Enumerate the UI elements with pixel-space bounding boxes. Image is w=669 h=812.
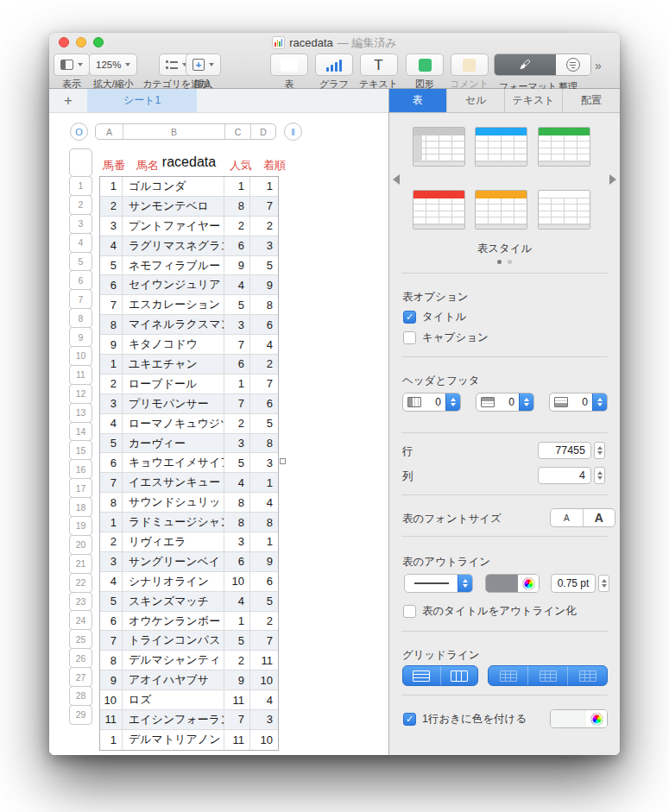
header-column-gridlines-button[interactable] bbox=[527, 666, 567, 685]
decrease-font-button[interactable]: A bbox=[551, 509, 584, 526]
table-cell[interactable]: 2 bbox=[100, 375, 123, 393]
row-number[interactable]: 3 bbox=[69, 214, 92, 234]
table-cell[interactable]: 5 bbox=[250, 256, 278, 275]
table-cell[interactable]: 6 bbox=[224, 355, 250, 374]
table-cell[interactable]: 2 bbox=[224, 414, 250, 433]
view-button[interactable]: 表示 bbox=[54, 54, 90, 91]
table-cell[interactable]: 8 bbox=[224, 493, 250, 512]
table-cell[interactable]: 3 bbox=[250, 236, 278, 255]
table-row[interactable]: 4ラグリマスネグラス63 bbox=[100, 236, 278, 256]
table-cell[interactable]: 11 bbox=[224, 690, 250, 709]
table-cell[interactable]: トラインコンパス bbox=[123, 631, 224, 650]
table-cell[interactable]: 1 bbox=[100, 177, 123, 196]
table-cell[interactable]: キタノコドウ bbox=[123, 335, 224, 354]
table-style-thumbnail[interactable] bbox=[475, 190, 527, 230]
tab-cell[interactable]: セル bbox=[447, 89, 505, 112]
table-cell[interactable]: 9 bbox=[224, 256, 250, 275]
table-cell[interactable]: プントファイヤー bbox=[123, 217, 224, 236]
table-row[interactable]: 7エスカレーション58 bbox=[100, 295, 278, 315]
table-cell[interactable]: 5 bbox=[100, 592, 123, 611]
table-cell[interactable]: 4 bbox=[100, 236, 123, 255]
table-cell[interactable]: 6 bbox=[250, 315, 278, 334]
table-cell[interactable]: デルマシャンティ bbox=[123, 651, 224, 670]
stepper-buttons[interactable] bbox=[519, 393, 533, 411]
table-button[interactable]: 表 bbox=[270, 54, 308, 91]
column-header-b[interactable]: B bbox=[123, 124, 225, 139]
row-number[interactable]: 12 bbox=[69, 384, 92, 404]
title-checkbox[interactable]: ✓ bbox=[403, 311, 416, 324]
sheet-tab[interactable]: シート1 bbox=[87, 89, 197, 112]
row-number[interactable]: 25 bbox=[69, 629, 92, 649]
table-row[interactable]: 8サウンドシュリット84 bbox=[100, 493, 278, 513]
table-row[interactable]: 1ラドミュージシャン88 bbox=[100, 513, 278, 532]
table-row[interactable]: 6セイウンジュリア49 bbox=[100, 275, 278, 295]
table-cell[interactable]: 2 bbox=[250, 355, 278, 374]
table-cell[interactable]: 4 bbox=[250, 335, 278, 354]
row-number[interactable]: 15 bbox=[69, 440, 92, 460]
table-style-thumbnail[interactable] bbox=[475, 127, 527, 167]
table-cell[interactable]: 11 bbox=[100, 710, 123, 729]
table-cell[interactable]: 4 bbox=[250, 493, 278, 512]
row-number[interactable]: 20 bbox=[69, 535, 92, 555]
table-cell[interactable]: 3 bbox=[100, 552, 123, 571]
table-style-thumbnail[interactable] bbox=[413, 127, 465, 167]
table-cell[interactable]: 2 bbox=[250, 217, 278, 236]
chart-button[interactable]: グラフ bbox=[315, 54, 353, 91]
table-cell[interactable]: サウンドシュリット bbox=[123, 493, 224, 512]
table-cell[interactable]: 9 bbox=[250, 552, 278, 571]
table-cell[interactable]: 2 bbox=[250, 612, 278, 631]
table-row[interactable]: 4シナリオライン106 bbox=[100, 572, 278, 592]
table-cell[interactable]: 4 bbox=[100, 414, 123, 433]
stepper-buttons[interactable] bbox=[445, 393, 460, 411]
table-cell[interactable]: 2 bbox=[100, 532, 123, 551]
table-cell[interactable]: リヴィエラ bbox=[123, 532, 224, 551]
table-cell[interactable]: 5 bbox=[250, 592, 278, 611]
table-cell[interactable]: 4 bbox=[250, 690, 278, 709]
row-number[interactable]: 18 bbox=[69, 497, 92, 517]
row-number[interactable]: 13 bbox=[69, 403, 92, 423]
table-cell[interactable]: 7 bbox=[100, 631, 123, 650]
table-cell[interactable]: 1 bbox=[224, 612, 250, 631]
table-cell[interactable]: 4 bbox=[100, 572, 123, 591]
row-number[interactable]: 5 bbox=[69, 252, 92, 272]
table-cell[interactable]: 1 bbox=[250, 532, 278, 551]
table-row[interactable]: 5カーヴィー38 bbox=[100, 434, 278, 454]
table-cell[interactable]: 10 bbox=[250, 730, 278, 750]
row-number[interactable]: 24 bbox=[69, 610, 92, 630]
table-row[interactable]: 2サンモンテベロ87 bbox=[100, 197, 278, 217]
table-cell[interactable]: 4 bbox=[224, 473, 250, 492]
row-number[interactable]: 28 bbox=[69, 686, 92, 706]
table-row[interactable]: 6キョウエイメサイア53 bbox=[100, 453, 278, 473]
table-cell[interactable]: 9 bbox=[100, 670, 123, 689]
table-row[interactable]: 3プリモパンサー76 bbox=[100, 394, 278, 414]
table-cell[interactable]: 7 bbox=[250, 197, 278, 216]
table-row[interactable]: 5スキンズマッチ45 bbox=[100, 592, 278, 612]
table-cell[interactable]: サンモンテベロ bbox=[123, 197, 224, 216]
table-cell[interactable]: 6 bbox=[100, 453, 123, 472]
table-cell[interactable]: セイウンジュリア bbox=[123, 275, 224, 294]
styles-next-icon[interactable] bbox=[609, 174, 616, 185]
row-number[interactable]: 9 bbox=[69, 327, 92, 347]
row-number[interactable]: 7 bbox=[69, 289, 92, 309]
table-cell[interactable]: 6 bbox=[250, 394, 278, 413]
table-row[interactable]: 11エイシンフォーラン73 bbox=[100, 710, 278, 730]
alternating-color-well[interactable] bbox=[550, 709, 608, 728]
table-row[interactable]: 8デルマシャンティ211 bbox=[100, 651, 278, 670]
toolbar-overflow-button[interactable]: » bbox=[595, 59, 600, 72]
table-cell[interactable]: 2 bbox=[224, 651, 250, 670]
table-cell[interactable]: ゴルコンダ bbox=[123, 177, 224, 196]
table-title[interactable]: racedata bbox=[162, 154, 216, 170]
row-number[interactable]: 14 bbox=[69, 422, 92, 442]
table-cell[interactable]: ユキエチャン bbox=[123, 355, 224, 374]
table-cell[interactable]: ローマノキュウジツ bbox=[123, 414, 224, 433]
table-cell[interactable]: 5 bbox=[250, 414, 278, 433]
table-cell[interactable]: 10 bbox=[250, 670, 278, 689]
table-cell[interactable]: 3 bbox=[224, 532, 250, 551]
table-cell[interactable]: 1 bbox=[224, 177, 250, 196]
table-cell[interactable]: 2 bbox=[224, 217, 250, 236]
table-cell[interactable]: 3 bbox=[100, 217, 123, 236]
table-cell[interactable]: ラドミュージシャン bbox=[123, 513, 224, 532]
table-cell[interactable]: マイネルラクスマン bbox=[123, 315, 224, 334]
styles-prev-icon[interactable] bbox=[393, 174, 400, 185]
table-cell[interactable]: 8 bbox=[250, 295, 278, 314]
